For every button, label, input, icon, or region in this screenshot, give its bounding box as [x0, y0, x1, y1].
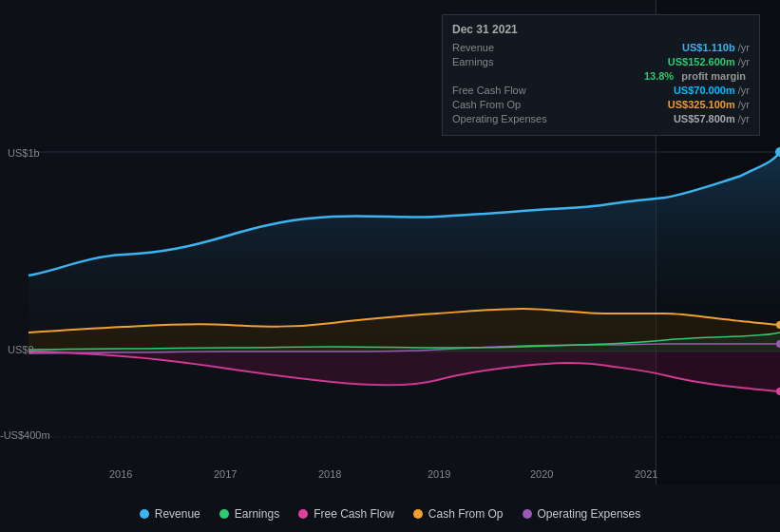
tooltip-label-opex: Operating Expenses — [452, 113, 547, 124]
x-label-2020: 2020 — [530, 468, 553, 480]
legend-item-cashfromop[interactable]: Cash From Op — [413, 507, 504, 521]
tooltip-row-opex: Operating Expenses US$57.800m /yr — [452, 113, 750, 124]
tooltip-label-cashfromop: Cash From Op — [452, 99, 521, 110]
legend-item-opex[interactable]: Operating Expenses — [523, 507, 641, 521]
tooltip-date: Dec 31 2021 — [452, 23, 750, 36]
legend-label-earnings: Earnings — [235, 507, 279, 521]
legend-item-revenue[interactable]: Revenue — [140, 507, 200, 521]
tooltip-value-revenue: US$1.110b /yr — [682, 42, 750, 53]
tooltip-label-revenue: Revenue — [452, 42, 494, 53]
profit-margin-value: 13.8% — [644, 70, 674, 82]
tooltip-label-fcf: Free Cash Flow — [452, 85, 526, 96]
legend-dot-revenue — [140, 509, 149, 519]
legend-item-fcf[interactable]: Free Cash Flow — [298, 507, 394, 521]
profit-margin-label: profit margin — [681, 70, 746, 82]
tooltip-row-earnings: Earnings US$152.600m /yr — [452, 56, 750, 67]
x-label-2021: 2021 — [635, 468, 657, 480]
legend-dot-fcf — [298, 509, 308, 519]
tooltip-row-fcf: Free Cash Flow US$70.000m /yr — [452, 85, 750, 96]
y-label-0: US$0 — [8, 344, 34, 355]
tooltip-value-opex: US$57.800m /yr — [674, 113, 750, 124]
y-label-1b: US$1b — [8, 147, 40, 159]
legend-label-fcf: Free Cash Flow — [314, 507, 394, 521]
x-label-2019: 2019 — [428, 468, 450, 480]
tooltip-label-earnings: Earnings — [452, 56, 493, 67]
tooltip-row-revenue: Revenue US$1.110b /yr — [452, 42, 750, 53]
tooltip-value-fcf: US$70.000m /yr — [674, 85, 750, 96]
legend-dot-cashfromop — [413, 509, 423, 519]
legend-item-earnings[interactable]: Earnings — [219, 507, 279, 521]
x-label-2018: 2018 — [318, 468, 341, 480]
x-label-2017: 2017 — [214, 468, 237, 480]
legend-label-opex: Operating Expenses — [538, 507, 641, 521]
tooltip-value-earnings: US$152.600m /yr — [668, 56, 750, 67]
legend-label-cashfromop: Cash From Op — [428, 507, 504, 521]
profit-margin-row: 13.8% profit margin — [452, 70, 750, 82]
tooltip-value-cashfromop: US$325.100m /yr — [668, 99, 750, 110]
y-label-neg400m: -US$400m — [0, 429, 50, 441]
legend-dot-earnings — [219, 509, 229, 519]
x-label-2016: 2016 — [109, 468, 132, 480]
tooltip-row-cashfromop: Cash From Op US$325.100m /yr — [452, 99, 750, 110]
legend-dot-opex — [523, 509, 532, 519]
chart-legend: Revenue Earnings Free Cash Flow Cash Fro… — [0, 507, 780, 521]
tooltip-box: Dec 31 2021 Revenue US$1.110b /yr Earnin… — [442, 14, 760, 136]
legend-label-revenue: Revenue — [155, 507, 200, 521]
